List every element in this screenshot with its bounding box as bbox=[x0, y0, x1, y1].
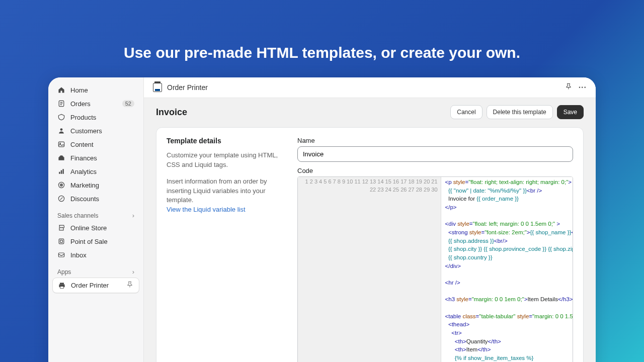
sidebar-item-label: Inbox bbox=[70, 251, 134, 259]
apps-heading[interactable]: Apps › bbox=[52, 262, 139, 278]
sidebar-item-label: Content bbox=[70, 141, 134, 148]
sidebar-item-label: Analytics bbox=[70, 168, 134, 175]
more-icon[interactable]: ··· bbox=[579, 83, 587, 92]
page-header: Invoice Cancel Delete this template Save bbox=[144, 98, 596, 127]
code-label: Code bbox=[297, 167, 573, 174]
svg-rect-6 bbox=[62, 169, 63, 174]
discounts-icon bbox=[57, 195, 65, 203]
sidebar-item-label: Finances bbox=[70, 154, 134, 162]
panel-desc-1: Customize your template using HTML, CSS … bbox=[167, 151, 287, 170]
svg-rect-4 bbox=[59, 172, 60, 174]
finances-icon bbox=[57, 154, 65, 162]
home-icon bbox=[57, 86, 65, 94]
svg-point-9 bbox=[61, 185, 62, 186]
sales-channels-heading[interactable]: Sales channels › bbox=[52, 206, 139, 221]
pin-icon[interactable] bbox=[565, 82, 573, 93]
pos-icon bbox=[57, 237, 65, 245]
sidebar-item-analytics[interactable]: Analytics bbox=[52, 165, 139, 178]
sidebar: HomeOrders52ProductsCustomersContentFina… bbox=[48, 77, 144, 362]
orders-icon bbox=[57, 100, 65, 108]
app-title: Order Printer bbox=[167, 83, 208, 92]
sidebar-item-orders[interactable]: Orders52 bbox=[52, 97, 139, 110]
panel-description: Template details Customize your template… bbox=[156, 128, 297, 362]
customers-icon bbox=[57, 127, 65, 135]
code-gutter: 1 2 3 4 5 6 7 8 9 10 11 12 13 14 15 16 1… bbox=[298, 177, 441, 362]
template-panel: Template details Customize your template… bbox=[156, 127, 584, 362]
svg-rect-11 bbox=[59, 239, 64, 244]
svg-rect-16 bbox=[60, 286, 63, 288]
apps-label: Apps bbox=[57, 268, 71, 276]
app-printer-icon bbox=[153, 83, 162, 92]
sidebar-item-label: Products bbox=[70, 114, 134, 121]
sidebar-item-discounts[interactable]: Discounts bbox=[52, 192, 139, 205]
sidebar-item-label: Marketing bbox=[70, 182, 134, 189]
sidebar-item-online-store[interactable]: Online Store bbox=[52, 221, 139, 234]
save-button[interactable]: Save bbox=[557, 105, 584, 119]
sidebar-item-label: Point of Sale bbox=[70, 238, 134, 245]
panel-desc-2: Insert information from an order by inse… bbox=[167, 177, 267, 204]
sidebar-item-inbox[interactable]: Inbox bbox=[52, 248, 139, 261]
sidebar-item-label: Online Store bbox=[70, 224, 134, 232]
marketing-headline: Use our pre-made HTML templates, or crea… bbox=[0, 0, 644, 77]
panel-heading: Template details bbox=[167, 137, 287, 145]
sidebar-item-products[interactable]: Products bbox=[52, 111, 139, 124]
sidebar-item-label: Order Printer bbox=[71, 282, 121, 289]
svg-point-1 bbox=[60, 128, 63, 131]
sidebar-item-label: Orders bbox=[70, 100, 117, 108]
pin-icon bbox=[126, 281, 134, 290]
sidebar-badge: 52 bbox=[122, 100, 134, 107]
inbox-icon bbox=[57, 251, 65, 259]
chevron-right-icon: › bbox=[132, 268, 134, 276]
page-title: Invoice bbox=[156, 107, 187, 118]
code-editor[interactable]: 1 2 3 4 5 6 7 8 9 10 11 12 13 14 15 16 1… bbox=[297, 176, 573, 362]
store-icon bbox=[57, 224, 65, 232]
topbar: Order Printer ··· bbox=[144, 77, 596, 98]
sidebar-item-label: Home bbox=[70, 86, 134, 94]
svg-point-3 bbox=[60, 143, 61, 144]
sidebar-item-label: Discounts bbox=[70, 195, 134, 203]
sidebar-item-content[interactable]: Content bbox=[52, 138, 139, 151]
svg-rect-5 bbox=[61, 170, 62, 174]
app-frame: HomeOrders52ProductsCustomersContentFina… bbox=[48, 77, 596, 362]
sidebar-item-customers[interactable]: Customers bbox=[52, 124, 139, 137]
svg-rect-12 bbox=[60, 240, 63, 243]
printer-icon bbox=[58, 282, 66, 290]
code-body[interactable]: <p style="float: right; text-align: righ… bbox=[441, 177, 573, 362]
sidebar-item-order-printer[interactable]: Order Printer bbox=[52, 278, 139, 293]
sales-channels-label: Sales channels bbox=[57, 212, 98, 219]
sidebar-item-finances[interactable]: Finances bbox=[52, 151, 139, 164]
svg-rect-2 bbox=[58, 142, 64, 147]
cancel-button[interactable]: Cancel bbox=[450, 105, 482, 119]
chevron-right-icon: › bbox=[132, 212, 134, 219]
sidebar-item-home[interactable]: Home bbox=[52, 83, 139, 97]
content-icon bbox=[57, 140, 65, 148]
analytics-icon bbox=[57, 167, 65, 175]
name-label: Name bbox=[297, 137, 573, 144]
svg-rect-14 bbox=[60, 283, 64, 284]
liquid-variables-link[interactable]: View the Liquid variable list bbox=[167, 206, 246, 213]
sidebar-item-point-of-sale[interactable]: Point of Sale bbox=[52, 235, 139, 248]
sidebar-item-label: Customers bbox=[70, 127, 134, 135]
sidebar-item-marketing[interactable]: Marketing bbox=[52, 178, 139, 192]
delete-template-button[interactable]: Delete this template bbox=[487, 105, 553, 119]
main-region: Order Printer ··· Invoice Cancel Delete … bbox=[144, 77, 596, 362]
products-icon bbox=[57, 113, 65, 121]
template-name-input[interactable] bbox=[297, 146, 573, 162]
marketing-icon bbox=[57, 181, 65, 189]
